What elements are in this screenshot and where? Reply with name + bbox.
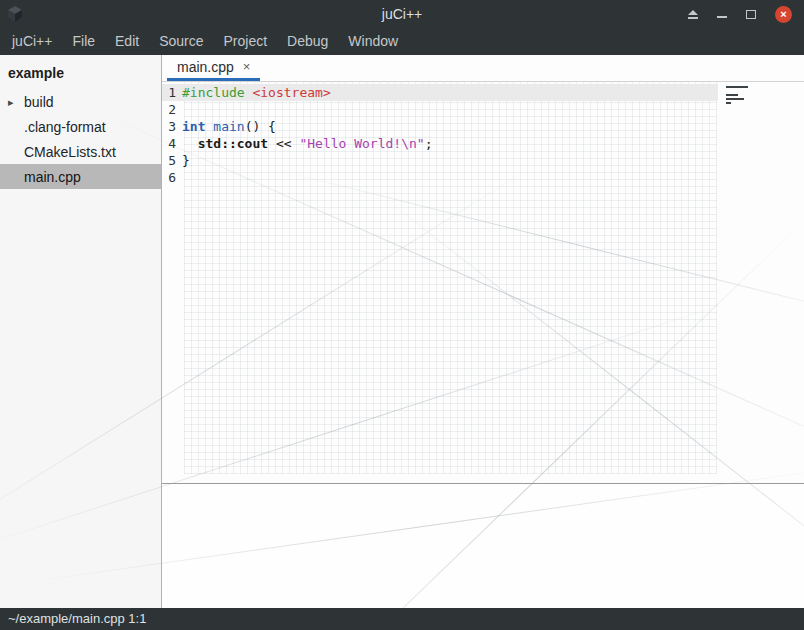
window-controls: × — [688, 6, 792, 23]
tab-bar: main.cpp × — [162, 55, 804, 82]
app-logo-icon — [6, 5, 24, 23]
file-name-label: .clang-format — [0, 119, 106, 135]
line-number: 4 — [162, 135, 176, 152]
line-number: 5 — [162, 152, 176, 169]
code-text: int main() { — [182, 118, 276, 135]
sidebar-item--clang-format[interactable]: .clang-format — [0, 114, 161, 139]
window-title: juCi++ — [0, 6, 804, 22]
tab-main-cpp[interactable]: main.cpp × — [167, 55, 260, 81]
status-file-path: ~/example/main.cpp 1:1 — [8, 611, 146, 626]
sidebar-item-main-cpp[interactable]: main.cpp — [0, 164, 161, 189]
project-root-label: example — [0, 59, 161, 89]
line-number: 6 — [162, 169, 176, 186]
tab-label: main.cpp — [177, 59, 234, 75]
menu-item-window[interactable]: Window — [338, 28, 408, 55]
file-tree: ▸build.clang-formatCMakeLists.txtmain.cp… — [0, 89, 161, 189]
line-number: 3 — [162, 118, 176, 135]
code-line[interactable]: 2 — [162, 101, 718, 118]
expander-arrow-icon[interactable]: ▸ — [8, 95, 14, 108]
menu-bar: juCi++FileEditSourceProjectDebugWindow — [0, 28, 804, 55]
sidebar-item-build[interactable]: ▸build — [0, 89, 161, 114]
code-line[interactable]: 4 std::cout << "Hello World!\n"; — [162, 135, 718, 152]
file-name-label: CMakeLists.txt — [0, 144, 116, 160]
file-tree-panel: example ▸build.clang-formatCMakeLists.tx… — [0, 55, 162, 608]
restore-icon — [746, 10, 756, 19]
minimap-line — [726, 98, 744, 100]
sidebar-item-cmakelists-txt[interactable]: CMakeLists.txt — [0, 139, 161, 164]
code-text: std::cout << "Hello World!\n"; — [182, 135, 432, 152]
code-line[interactable]: 1#include <iostream> — [162, 84, 718, 101]
menu-item-debug[interactable]: Debug — [277, 28, 338, 55]
tab-close-icon[interactable]: × — [243, 59, 251, 74]
terminal-panel[interactable] — [162, 483, 804, 608]
menu-item-source[interactable]: Source — [149, 28, 213, 55]
code-lines: 1#include <iostream>23int main() {4 std:… — [162, 82, 804, 186]
code-text: } — [182, 152, 190, 169]
code-line[interactable]: 5} — [162, 152, 718, 169]
eject-icon — [688, 10, 698, 19]
minimap-line — [726, 86, 748, 88]
menu-item-edit[interactable]: Edit — [105, 28, 149, 55]
main-column: main.cpp × 1#include <iostream>23int mai… — [162, 55, 804, 608]
minimap-line — [726, 94, 738, 96]
minimap-line — [726, 102, 731, 104]
keep-above-button[interactable] — [688, 10, 698, 19]
line-number: 1 — [162, 84, 176, 101]
file-name-label: main.cpp — [0, 169, 81, 185]
restore-button[interactable] — [746, 10, 756, 19]
status-bar: ~/example/main.cpp 1:1 — [0, 608, 804, 630]
menu-item-file[interactable]: File — [62, 28, 105, 55]
line-number: 2 — [162, 101, 176, 118]
close-button[interactable]: × — [775, 6, 792, 23]
title-bar[interactable]: juCi++ × — [0, 0, 804, 28]
minimize-icon — [717, 16, 727, 18]
code-line[interactable]: 6 — [162, 169, 718, 186]
minimize-button[interactable] — [717, 10, 727, 18]
menu-item-project[interactable]: Project — [214, 28, 278, 55]
code-line[interactable]: 3int main() { — [162, 118, 718, 135]
code-editor[interactable]: 1#include <iostream>23int main() {4 std:… — [162, 82, 804, 483]
content-area: example ▸build.clang-formatCMakeLists.tx… — [0, 55, 804, 608]
menu-item-juci[interactable]: juCi++ — [2, 28, 62, 55]
code-text: #include <iostream> — [182, 84, 331, 101]
minimap[interactable] — [726, 86, 750, 104]
